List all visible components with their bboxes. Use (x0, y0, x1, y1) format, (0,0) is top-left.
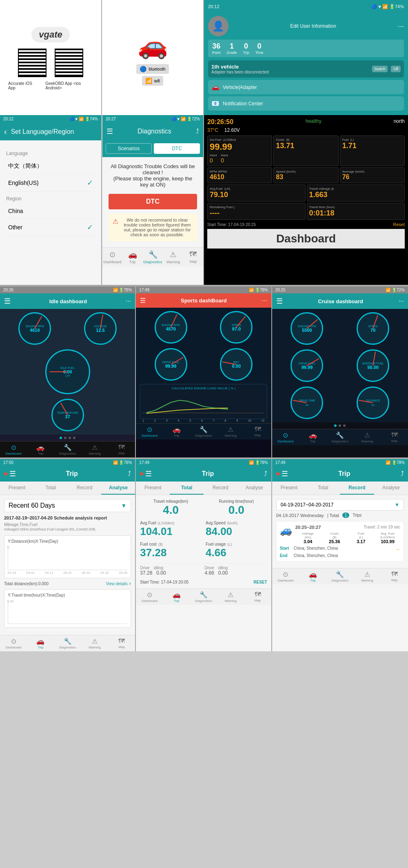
off-btn[interactable]: Off (391, 66, 401, 72)
trip1-header: ☰ Trip ⤴ (0, 466, 135, 482)
english-option[interactable]: English(US) ✓ (6, 174, 95, 192)
dtc-button[interactable]: DTC (109, 194, 197, 209)
dash-avg-label: Average (km/h) (342, 170, 402, 173)
idle-menu-icon[interactable]: ☰ (4, 297, 11, 306)
trip1-menu-icon[interactable]: ☰ (9, 469, 16, 478)
trip1-share-icon[interactable]: ⤴ (128, 470, 131, 477)
trip2-tab-present[interactable]: Present (136, 482, 170, 495)
trip1-tab-total[interactable]: Total (34, 482, 68, 495)
trip2-nav-map[interactable]: 🗺 Map (244, 589, 271, 605)
trip1-tab-analyse[interactable]: Analyse (101, 482, 135, 495)
dash-reset-btn[interactable]: Reset (393, 222, 405, 227)
trip3-tab-total[interactable]: Total (306, 482, 340, 495)
trip2-nav-warning[interactable]: ⚠ Warning (217, 589, 244, 605)
trip1-view-details[interactable]: View details > (106, 582, 131, 586)
dots-menu[interactable]: ··· (398, 22, 404, 31)
trip3-stat-costs: Costs($) 25.36 (322, 532, 347, 544)
sports-nav-dashboard[interactable]: ⊙ Dashboard (136, 424, 163, 440)
trip1-nav-map-label: Map (118, 645, 125, 649)
trip2-avgfuel-speed: Avg.Fuel (L/100km) 104.01 Avg.Speed (km/… (140, 521, 267, 538)
trip3-location-arrow-icon[interactable]: → (395, 546, 400, 553)
dot-1 (60, 437, 62, 439)
trip1-nav-trip[interactable]: 🚗 Trip (27, 635, 54, 651)
trip1-tab-record[interactable]: Record (68, 482, 102, 495)
trip3-tab-present[interactable]: Present (272, 482, 306, 495)
sports-rec-gauge: REC 0.00 (220, 348, 253, 381)
idle-nav-map[interactable]: 🗺 Map (108, 442, 135, 457)
edit-info[interactable]: Edit User Information (290, 23, 336, 29)
nav-dashboard[interactable]: ⊙ Dashboard (102, 248, 122, 266)
trip2-reset-btn[interactable]: RESET (253, 580, 267, 584)
trip1-nav-warning[interactable]: ⚠ Warning (81, 635, 108, 651)
trip3-nav-diag[interactable]: 🔧 Diagnostics (326, 568, 354, 584)
trip3-tab-record[interactable]: Record (340, 482, 374, 495)
vehicle-adapter-menu[interactable]: 🚗 Vehicle|Adapter (208, 80, 404, 94)
trip3-tab-analyse[interactable]: Analyse (374, 482, 408, 495)
idle-nav-warning[interactable]: ⚠ Warning (81, 442, 108, 457)
diag-tab-dtc[interactable]: DTC (154, 143, 200, 154)
sports-dots-icon[interactable]: ··· (262, 297, 267, 304)
trip2-runtime-box: Running time(hour) 0.0 (206, 499, 267, 517)
other-option[interactable]: Other ✓ (6, 219, 95, 236)
diag-nav: ⊙ Dashboard 🚗 Trip 🔧 Diagnostics ⚠ Warni… (102, 247, 203, 266)
idle-dots-icon[interactable]: ··· (126, 297, 131, 305)
nav-diagnostics[interactable]: 🔧 Diagnostics (142, 248, 163, 266)
idle-nav-dashboard[interactable]: ⊙ Dashboard (0, 442, 27, 457)
trip2-share-icon[interactable]: ⤴ (264, 470, 267, 477)
idle-nav-trip[interactable]: 🚗 Trip (27, 442, 54, 457)
trip3-share-icon[interactable]: ⤴ (401, 470, 404, 477)
trip2-menu-icon[interactable]: ☰ (145, 469, 152, 478)
diag-share-icon[interactable]: ⤴ (196, 128, 199, 135)
trip1-nav-map[interactable]: 🗺 Map (108, 635, 135, 651)
diag-tab-scenarios[interactable]: Scenarios (106, 143, 152, 154)
vehicle-adapter-label: Vehicle|Adapter (223, 84, 257, 90)
trip3-nav-warning-icon: ⚠ (364, 571, 370, 578)
trip3-nav-trip[interactable]: 🚗 Trip (299, 568, 326, 584)
cruise-nav-warning[interactable]: ⚠ Warning (354, 429, 381, 445)
trip1-nav-diag[interactable]: 🔧 Diagnostics (54, 635, 81, 651)
trip2-nav-trip[interactable]: 🚗 Trip (163, 589, 190, 605)
idle-nav-diag[interactable]: 🔧 Diagnostics (54, 442, 81, 457)
cruise-nav-map[interactable]: 🗺 Map (381, 429, 408, 445)
trip3-nav-dashboard[interactable]: ⊙ Dashboard (272, 568, 299, 584)
cruise-dots-icon[interactable]: ··· (399, 297, 404, 305)
trip2-tab-record[interactable]: Record (204, 482, 237, 495)
sports-nav-diag[interactable]: 🔧 Diagnostics (190, 424, 217, 440)
trip2-runtime-label: Running time(hour) (206, 499, 267, 504)
trip1-nav-dashboard[interactable]: ⊙ Dashboard (0, 635, 27, 651)
trip3-start-value: China, Shenzhen, China (294, 546, 338, 553)
nav-map[interactable]: 🗺 Map (183, 248, 203, 266)
sports-nav-trip[interactable]: 🚗 Trip (163, 424, 190, 440)
stat-time-label: Time (255, 51, 264, 55)
trip2-tab-analyse[interactable]: Analyse (237, 482, 271, 495)
trip3-nav-warning[interactable]: ⚠ Warning (354, 568, 381, 584)
china-option[interactable]: China (6, 204, 95, 219)
cruise-dot-1 (334, 424, 337, 427)
chinese-option[interactable]: 中文（简体） (6, 158, 95, 174)
diag-menu-icon[interactable]: ☰ (106, 127, 113, 136)
nav-warning[interactable]: ⚠ Warning (163, 248, 183, 266)
trip1-tab-present[interactable]: Present (0, 482, 34, 495)
trip2-idle-label1: idling (154, 566, 163, 570)
sports-title: Sports dashBoard (181, 297, 227, 304)
back-arrow-icon[interactable]: ‹ (4, 127, 7, 136)
trip1-period-arrow-icon[interactable]: ▼ (121, 502, 126, 509)
trip2-nav-diag[interactable]: 🔧 Diagnostics (190, 589, 217, 605)
nav-trip[interactable]: 🚗 Trip (122, 248, 142, 266)
sports-nav-map[interactable]: 🗺 Map (244, 424, 271, 440)
switch-btn[interactable]: Switch (372, 66, 388, 72)
sports-nav-map-icon: 🗺 (255, 426, 261, 433)
cruise-nav-diag[interactable]: 🔧 Diagnostics (326, 429, 354, 445)
trip3-date-arrow-icon[interactable]: ▼ (395, 502, 399, 508)
trip2-tab-total[interactable]: Total (170, 482, 204, 495)
trip2-nav-dashboard[interactable]: ⊙ Dashboard (136, 589, 163, 605)
cruise-nav-trip[interactable]: 🚗 Trip (299, 429, 326, 445)
sports-nav-warning[interactable]: ⚠ Warning (217, 424, 244, 440)
sports-menu-icon[interactable]: ☰ (140, 297, 146, 304)
cruise-nav-dashboard[interactable]: ⊙ Dashboard (272, 429, 299, 445)
dash-remaining-row: Remaining Fuel ( ---- Travel time (hour)… (207, 203, 405, 220)
cruise-menu-icon[interactable]: ☰ (276, 297, 283, 306)
trip3-nav-map[interactable]: 🗺 Map (381, 568, 408, 584)
notification-menu[interactable]: 📧 Notification Center (208, 96, 404, 111)
trip3-menu-icon[interactable]: ☰ (282, 469, 288, 478)
